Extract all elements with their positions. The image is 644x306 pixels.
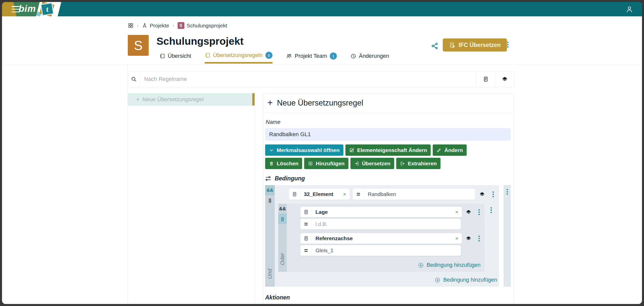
row-menu-kebab-icon[interactable] <box>475 209 483 215</box>
nested-operator-and[interactable]: && <box>278 204 287 214</box>
row-menu-kebab-icon[interactable] <box>475 236 483 241</box>
ifc-translate-label: IFC Übersetzen <box>459 42 501 48</box>
condition-value-row: = <box>300 219 461 229</box>
attribute-doc-icon <box>300 233 312 244</box>
condition-section-header: Bedingung <box>265 175 511 182</box>
building-gear-icon <box>449 42 455 48</box>
edit-square-icon <box>349 147 354 153</box>
row-menu-kebab-icon[interactable] <box>489 191 497 197</box>
root-operator-and[interactable]: && <box>265 185 275 195</box>
add-button[interactable]: Hinzufügen <box>304 158 348 169</box>
condition-value-row: = <box>300 245 461 256</box>
plus-square-icon <box>308 161 313 166</box>
tab-uebersicht[interactable]: Übersicht <box>159 52 191 64</box>
root-group-operator-rail: && || Und <box>265 185 275 287</box>
condition-value-field: = <box>300 245 461 256</box>
condition-row: 32_Element × = <box>289 189 497 200</box>
open-feature-selection-button[interactable]: Merkmalsauswahl öffnen <box>265 144 343 156</box>
condition-value-input[interactable] <box>312 221 461 227</box>
breadcrumb-current-project[interactable]: S Schulungsprojekt <box>178 22 227 29</box>
remove-attribute-icon[interactable]: × <box>342 191 350 197</box>
journal-icon <box>159 53 165 59</box>
condition-builder: && || Und <box>265 185 511 287</box>
selected-item-indicator <box>252 93 255 106</box>
condition-value-input[interactable] <box>364 191 475 197</box>
share-icon[interactable] <box>431 42 439 50</box>
change-button[interactable]: Ändern <box>433 144 467 156</box>
condition-row: Lage × <box>300 207 483 217</box>
tab-label: Übersetzungsregeln <box>213 52 263 59</box>
actions-section-header: Aktionen <box>265 294 511 301</box>
sliders-icon <box>265 175 271 182</box>
row-layers-icon[interactable] <box>464 236 472 241</box>
delete-button[interactable]: Löschen <box>265 158 302 169</box>
rule-editor-header: + Neue Übersetzungsregel <box>263 93 513 113</box>
logo-text: bim <box>19 4 36 14</box>
condition-attribute-chip[interactable]: 32_Element × <box>289 189 350 200</box>
tab-projekt-team[interactable]: Projekt Team 1 <box>286 52 337 64</box>
layers-filter-icon[interactable] <box>495 71 514 87</box>
plus-icon: + <box>267 98 273 107</box>
breadcrumb-projects[interactable]: Projekte <box>142 23 169 29</box>
new-rule-plus: + <box>136 96 139 103</box>
extract-button[interactable]: Extrahieren <box>396 158 441 169</box>
hamburger-menu-icon[interactable] <box>12 6 20 12</box>
box-arrow-in-icon <box>354 161 359 166</box>
root-operator-or[interactable]: || <box>265 195 275 205</box>
condition-value-input[interactable] <box>312 247 461 253</box>
rule-toolbar: Merkmalsauswahl öffnen Elementeigenschaf… <box>265 144 499 169</box>
search-input[interactable] <box>140 71 476 87</box>
tab-aenderungen[interactable]: Änderungen <box>350 52 389 64</box>
nested-operator-or[interactable]: || <box>278 214 287 224</box>
condition-value-field: = <box>300 219 461 229</box>
translate-button[interactable]: Übersetzen <box>350 158 394 169</box>
root-group-menu-kebab-icon[interactable] <box>507 189 508 195</box>
add-condition-link-outer[interactable]: Bedingung hinzufügen <box>275 274 499 284</box>
rule-name-input[interactable] <box>265 128 511 141</box>
nested-group-label: Oder <box>279 253 286 265</box>
sidebar-item-new-rule[interactable]: + Neue Übersetzungsregel <box>128 93 255 106</box>
tab-label: Projekt Team <box>295 53 327 59</box>
clock-icon <box>350 53 356 59</box>
root-group-side-rail <box>504 185 511 287</box>
journal-icon <box>205 53 210 58</box>
plus-circle-dashed-icon <box>418 262 424 268</box>
user-account-icon[interactable] <box>625 5 633 13</box>
rules-count-badge: 0 <box>265 52 272 59</box>
attribute-doc-icon <box>300 207 312 217</box>
app-window: bim t › Projekte › S Schulun <box>2 2 642 304</box>
remove-attribute-icon[interactable]: × <box>454 209 462 215</box>
project-menu-kebab-icon[interactable] <box>507 42 508 47</box>
remove-attribute-icon[interactable]: × <box>454 235 462 241</box>
ifc-translate-button[interactable]: IFC Übersetzen <box>443 38 507 52</box>
equals-comparator[interactable]: = <box>300 245 312 256</box>
project-avatar: S <box>128 35 149 56</box>
project-badge: S <box>178 22 184 29</box>
change-element-property-button[interactable]: Elementeigenschaft Ändern <box>345 144 431 156</box>
equals-comparator[interactable]: = <box>353 189 364 200</box>
nested-or-group: && || Oder <box>278 204 485 272</box>
project-tabs: Übersicht Übersetzungsregeln 0 Projekt T… <box>159 52 389 64</box>
new-rule-label: Neue Übersetzungsregel <box>142 96 204 103</box>
people-icon <box>286 53 292 59</box>
condition-attribute-chip[interactable]: Lage × <box>300 207 462 217</box>
row-layers-icon[interactable] <box>478 191 486 197</box>
rule-editor-body: Name Merkmalsauswahl öffnen Elementeigen… <box>263 113 513 304</box>
breadcrumb-projects-label: Projekte <box>150 23 169 29</box>
tab-uebersetzungsregeln[interactable]: Übersetzungsregeln 0 <box>205 52 272 64</box>
equals-comparator[interactable]: = <box>300 219 312 229</box>
rules-content-area: + Neue Übersetzungsregel + Neue Übersetz… <box>128 65 515 304</box>
nested-group-menu-kebab-icon[interactable] <box>485 204 498 272</box>
condition-attribute-chip[interactable]: Referenzachse × <box>300 233 462 244</box>
add-condition-link-inner[interactable]: Bedingung hinzufügen <box>287 260 485 271</box>
attribute-doc-icon <box>289 189 300 200</box>
logo-tile: t <box>41 3 54 16</box>
list-view-icon[interactable] <box>476 71 495 87</box>
breadcrumb-home[interactable] <box>128 23 134 28</box>
search-icon <box>128 71 140 87</box>
row-layers-icon[interactable] <box>464 209 472 215</box>
condition-value-field: = <box>353 189 475 200</box>
team-count-badge: 1 <box>330 53 337 60</box>
trash-icon <box>269 161 274 166</box>
breadcrumb-separator: › <box>172 22 174 29</box>
